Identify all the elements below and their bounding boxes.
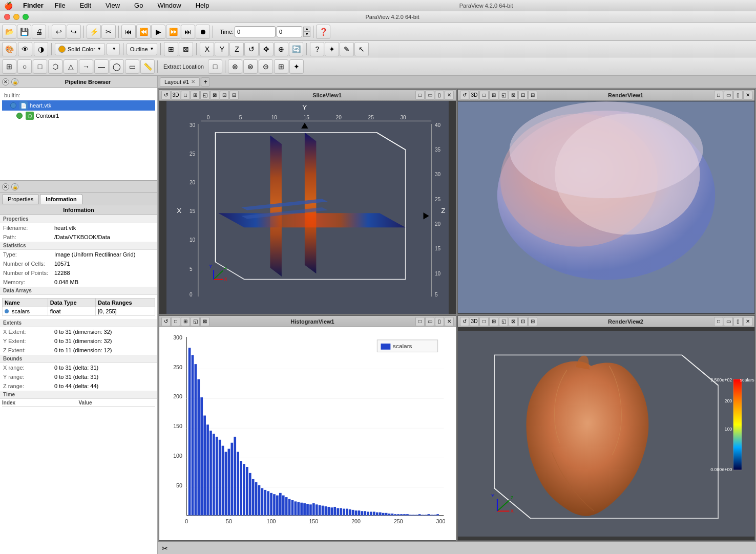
render-view1-content[interactable] [458, 101, 754, 314]
play-button[interactable]: ▶ [151, 25, 165, 39]
hv-btn1[interactable]: □ [171, 317, 180, 326]
query-button[interactable]: ? [310, 42, 324, 56]
sv-btn6[interactable]: ⊟ [229, 91, 239, 100]
help-button[interactable]: ❓ [316, 25, 330, 39]
rv2-split-v[interactable]: ▯ [733, 317, 743, 326]
hv-close[interactable]: ✕ [445, 317, 454, 326]
rv2-btn5[interactable]: ⊡ [518, 317, 528, 326]
time-input[interactable] [235, 26, 276, 37]
tree-item-heart[interactable]: 📄 heart.vtk [2, 100, 155, 111]
record-button[interactable]: ⏺ [196, 25, 210, 39]
extract-icon[interactable]: □ [208, 59, 222, 74]
minimize-button[interactable] [13, 14, 19, 20]
sv-btn5[interactable]: ⊡ [220, 91, 229, 100]
rv1-btn4[interactable]: ⊠ [509, 91, 518, 100]
plane-button[interactable]: ▭ [125, 59, 139, 74]
select-button[interactable]: ✦ [325, 42, 339, 56]
hv-split-h[interactable]: ▭ [425, 317, 434, 326]
props-lock[interactable]: 🔒 [11, 183, 18, 190]
sv-btn3[interactable]: ◱ [200, 91, 209, 100]
panel-close-x[interactable]: ✕ [2, 78, 9, 86]
rv2-3d-btn[interactable]: 3D [470, 317, 479, 326]
rv1-split-h[interactable]: ▭ [724, 91, 733, 100]
next-frame-button[interactable]: ⏩ [166, 25, 180, 39]
histogram-content[interactable]: 300 250 200 150 100 50 0 50 100 150 200 [159, 327, 456, 540]
reset-data-button[interactable]: ⊠ [179, 42, 193, 56]
rv2-split-h[interactable]: ▭ [724, 317, 733, 326]
colormap-dropdown[interactable]: ▼ [107, 43, 120, 55]
sv-max-btn[interactable]: □ [415, 91, 425, 100]
color-dropdown[interactable]: Solid Color ▼ [55, 43, 105, 55]
interact-mode-button[interactable]: ✥ [259, 42, 274, 56]
grid-button[interactable]: ⊞ [2, 59, 16, 74]
tab-properties[interactable]: Properties [2, 194, 39, 204]
cone-button[interactable]: △ [64, 59, 78, 74]
arrow-button[interactable]: → [79, 59, 93, 74]
visibility-button[interactable]: 👁 [18, 42, 32, 56]
rv2-max[interactable]: □ [714, 317, 723, 326]
sv-close[interactable]: ✕ [445, 91, 454, 100]
tab-information[interactable]: Information [40, 194, 82, 204]
rv2-btn3[interactable]: ◱ [499, 317, 508, 326]
rv2-close[interactable]: ✕ [743, 317, 752, 326]
reset-camera-button[interactable]: ⊞ [164, 42, 178, 56]
frame-input[interactable] [277, 26, 302, 37]
display-props-button[interactable]: 🎨 [2, 42, 16, 56]
open-button[interactable]: 📂 [2, 25, 16, 39]
sv-btn4[interactable]: ⊠ [210, 91, 219, 100]
layout-tab-1[interactable]: Layout #1 ✕ [160, 77, 200, 87]
prev-frame-button[interactable]: ⏪ [136, 25, 151, 39]
rv1-btn6[interactable]: ⊟ [528, 91, 537, 100]
cube-button[interactable]: □ [33, 59, 47, 74]
hv-btn4[interactable]: ⊠ [200, 317, 209, 326]
render-view2-content[interactable]: 2.500e+02 200 100 0.000e+00 scalars Z X … [458, 327, 754, 540]
line-button[interactable]: — [94, 59, 109, 74]
sv-reset-btn[interactable]: ↺ [161, 91, 171, 100]
rv1-max[interactable]: □ [714, 91, 723, 100]
tree-item-contour[interactable]: ⬡ Contour1 [2, 111, 155, 121]
scissors-icon[interactable]: ✂ [162, 544, 168, 552]
go-menu[interactable]: Go [131, 2, 146, 9]
ruler-button[interactable]: 📏 [140, 59, 155, 74]
props-close-x[interactable]: ✕ [2, 183, 9, 190]
annotate-button[interactable]: ✎ [340, 42, 354, 56]
pick-center-button[interactable]: ⊕ [274, 42, 288, 56]
cut-button[interactable]: ✂ [101, 25, 116, 39]
cylinder-button[interactable]: ⬡ [48, 59, 62, 74]
undo-button[interactable]: ↩ [52, 25, 66, 39]
layout-tab-close[interactable]: ✕ [191, 79, 195, 84]
reset-orient-button[interactable]: ↺ [244, 42, 259, 56]
rotate-button[interactable]: 🔄 [289, 42, 303, 56]
sv-btn1[interactable]: □ [181, 91, 190, 100]
finder-menu[interactable]: Finder [23, 2, 44, 9]
skip-start-button[interactable]: ⏮ [121, 25, 136, 39]
rv1-reset-btn[interactable]: ↺ [460, 91, 469, 100]
rv1-3d-btn[interactable]: 3D [470, 91, 479, 100]
file-menu[interactable]: File [52, 2, 69, 9]
window-menu[interactable]: Window [154, 2, 184, 9]
rv2-btn6[interactable]: ⊟ [528, 317, 537, 326]
sphere-button[interactable]: ○ [17, 59, 32, 74]
redo-button[interactable]: ↪ [67, 25, 81, 39]
rv1-close[interactable]: ✕ [743, 91, 752, 100]
connect-button[interactable]: ⚡ [87, 25, 101, 39]
tool5-button[interactable]: ✦ [289, 59, 304, 74]
rv1-btn5[interactable]: ⊡ [518, 91, 528, 100]
rv1-btn1[interactable]: □ [479, 91, 489, 100]
tool3-button[interactable]: ⊝ [259, 59, 273, 74]
hv-max[interactable]: □ [415, 317, 425, 326]
rv2-btn2[interactable]: ⊞ [489, 317, 498, 326]
rv1-btn3[interactable]: ◱ [499, 91, 508, 100]
skip-end-button[interactable]: ⏭ [181, 25, 195, 39]
sv-btn2[interactable]: ⊞ [191, 91, 200, 100]
rv2-btn4[interactable]: ⊠ [509, 317, 518, 326]
disk-button[interactable]: ◯ [110, 59, 124, 74]
slice-view-content[interactable]: Y 0 5 10 15 20 25 30 [159, 101, 456, 314]
view-menu[interactable]: View [102, 2, 123, 9]
time-spinner[interactable]: ▲ ▼ [303, 27, 310, 37]
hv-btn3[interactable]: ◱ [191, 317, 200, 326]
rv2-btn1[interactable]: □ [479, 317, 489, 326]
tree-item-builtin[interactable]: builtin: [2, 90, 155, 100]
tool4-button[interactable]: ⊞ [274, 59, 288, 74]
spinner-down[interactable]: ▼ [303, 32, 310, 37]
